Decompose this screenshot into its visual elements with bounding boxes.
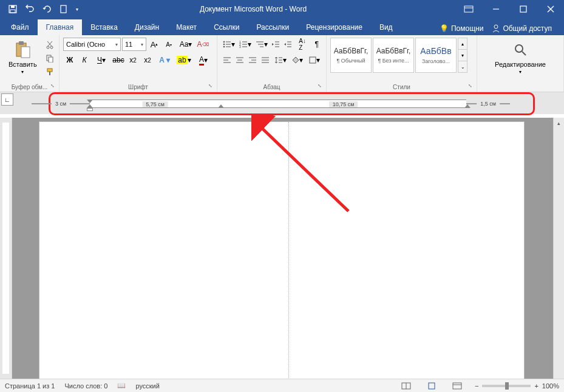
style-heading1[interactable]: АаБбВвЗаголово... xyxy=(415,38,457,73)
font-color-button[interactable]: A▾ xyxy=(194,53,212,67)
save-button[interactable] xyxy=(5,1,21,17)
scroll-up-button[interactable]: ▴ xyxy=(554,118,564,129)
svg-rect-1 xyxy=(11,5,15,8)
shading-button[interactable]: ▾ xyxy=(290,53,305,67)
close-button[interactable] xyxy=(537,0,564,18)
ruler-zone: ∟ 3 см 5,75 см 10,75 см 1,5 см xyxy=(0,92,564,114)
font-launcher[interactable]: ⤡ xyxy=(208,83,214,89)
font-group-label: Шрифт xyxy=(59,84,217,90)
font-name-combo[interactable]: Calibri (Осно▾ xyxy=(63,38,121,51)
bold-button[interactable]: Ж xyxy=(63,53,76,67)
tab-view[interactable]: Вид xyxy=(371,19,401,35)
cut-button[interactable] xyxy=(43,39,56,51)
window-controls xyxy=(482,0,564,18)
ruler-m2: 5,75 см xyxy=(142,101,168,107)
editing-button[interactable]: Редактирование ▾ xyxy=(481,38,560,77)
minimize-button[interactable] xyxy=(482,0,509,18)
language-indicator[interactable]: русский xyxy=(135,382,159,390)
center-indent-marker[interactable] xyxy=(218,100,224,108)
style-normal[interactable]: АаБбВвГг,¶ Обычный xyxy=(330,38,372,73)
tab-home[interactable]: Главная xyxy=(38,19,83,35)
horizontal-ruler[interactable]: 3 см 5,75 см 10,75 см 1,5 см xyxy=(32,98,546,109)
new-doc-button[interactable] xyxy=(56,1,72,17)
styles-expand-button[interactable]: ⌄ xyxy=(458,61,467,72)
shrink-font-button[interactable]: A▾ xyxy=(162,38,175,51)
show-marks-button[interactable]: ¶ xyxy=(311,38,322,51)
strike-button[interactable]: abc xyxy=(112,53,125,67)
clipboard-icon xyxy=(13,40,32,59)
font-size-combo[interactable]: 11▾ xyxy=(122,38,146,51)
undo-button[interactable] xyxy=(22,1,38,17)
numbering-button[interactable]: 123▾ xyxy=(237,38,253,51)
web-layout-button[interactable] xyxy=(449,380,465,391)
ribbon-display-button[interactable] xyxy=(457,0,481,18)
clear-format-button[interactable]: A⌫ xyxy=(196,38,209,51)
tab-mailings[interactable]: Рассылки xyxy=(248,19,297,35)
vertical-scrollbar[interactable]: ▴ xyxy=(553,118,564,379)
clipboard-launcher[interactable]: ⤡ xyxy=(50,83,56,89)
format-painter-button[interactable] xyxy=(43,66,56,78)
align-right-button[interactable] xyxy=(246,53,258,67)
maximize-button[interactable] xyxy=(509,0,537,18)
share-button[interactable]: Общий доступ xyxy=(486,22,558,35)
page[interactable] xyxy=(39,121,525,379)
tab-file[interactable]: Файл xyxy=(2,19,38,35)
svg-point-60 xyxy=(515,45,523,52)
justify-button[interactable] xyxy=(259,53,271,67)
zoom-out-button[interactable]: − xyxy=(475,382,478,390)
align-left-button[interactable] xyxy=(221,53,233,67)
redo-button[interactable] xyxy=(39,1,55,17)
highlight-button[interactable]: ab▾ xyxy=(175,53,193,67)
styles-launcher[interactable]: ⤡ xyxy=(468,83,474,89)
paste-button[interactable]: Вставить ▾ xyxy=(4,38,42,79)
tab-tellme[interactable]: Помощни xyxy=(451,24,483,33)
line-spacing-button[interactable]: ▾ xyxy=(273,53,288,67)
svg-rect-66 xyxy=(453,383,461,389)
text-effects-button[interactable]: A ▾ xyxy=(155,53,174,67)
zoom-slider[interactable] xyxy=(482,385,531,387)
vertical-ruler[interactable] xyxy=(0,118,12,379)
read-mode-button[interactable] xyxy=(398,380,414,391)
svg-line-16 xyxy=(48,41,52,46)
copy-button[interactable] xyxy=(43,52,56,64)
sort-button[interactable]: A↓Z xyxy=(295,38,310,51)
font-name-value: Calibri (Осно xyxy=(66,41,105,48)
paragraph-launcher[interactable]: ⤡ xyxy=(318,83,324,89)
word-count[interactable]: Число слов: 0 xyxy=(64,382,107,390)
right-indent-marker[interactable] xyxy=(464,100,471,108)
italic-button[interactable]: К xyxy=(78,53,91,67)
tab-references[interactable]: Ссылки xyxy=(205,19,248,35)
paste-label: Вставить xyxy=(8,61,37,68)
lightbulb-icon: 💡 xyxy=(440,24,449,33)
styles-up-button[interactable]: ▴ xyxy=(458,38,467,49)
styles-down-button[interactable]: ▾ xyxy=(458,49,467,61)
tab-review[interactable]: Рецензирование xyxy=(297,19,371,35)
grow-font-button[interactable]: A▴ xyxy=(148,38,161,51)
tab-selector[interactable]: ∟ xyxy=(1,93,13,106)
print-layout-button[interactable] xyxy=(424,380,440,391)
group-styles: АаБбВвГг,¶ Обычный АаБбВвГг,¶ Без инте..… xyxy=(327,35,477,92)
tab-insert[interactable]: Вставка xyxy=(82,19,126,35)
svg-point-26 xyxy=(223,46,225,48)
tab-layout[interactable]: Макет xyxy=(168,19,205,35)
spellcheck-icon[interactable]: 📖 xyxy=(117,382,126,390)
style-nospacing[interactable]: АаБбВвГг,¶ Без инте... xyxy=(373,38,414,73)
bullets-button[interactable]: ▾ xyxy=(221,38,236,51)
window-title: Документ Microsoft Word - Word xyxy=(86,5,457,13)
tab-design[interactable]: Дизайн xyxy=(126,19,168,35)
zoom-in-button[interactable]: + xyxy=(534,382,538,390)
borders-button[interactable]: ▾ xyxy=(307,53,322,67)
superscript-button[interactable]: x2 xyxy=(141,53,154,67)
first-line-indent-marker[interactable] xyxy=(87,100,93,111)
align-center-button[interactable] xyxy=(234,53,245,67)
qat-customize-button[interactable]: ▾ xyxy=(73,1,81,17)
subscript-button[interactable]: x2 xyxy=(126,53,140,67)
multilevel-button[interactable]: ▾ xyxy=(254,38,269,51)
group-paragraph: ▾ 123▾ ▾ A↓Z ¶ ▾ ▾ ▾ Абзац ⤡ xyxy=(217,35,327,92)
change-case-button[interactable]: Aa▾ xyxy=(177,38,195,51)
zoom-level[interactable]: 100% xyxy=(542,382,559,390)
indent-dec-button[interactable] xyxy=(270,38,281,51)
indent-inc-button[interactable] xyxy=(282,38,293,51)
page-indicator[interactable]: Страница 1 из 1 xyxy=(5,382,55,390)
underline-button[interactable]: Ч ▾ xyxy=(92,53,110,67)
